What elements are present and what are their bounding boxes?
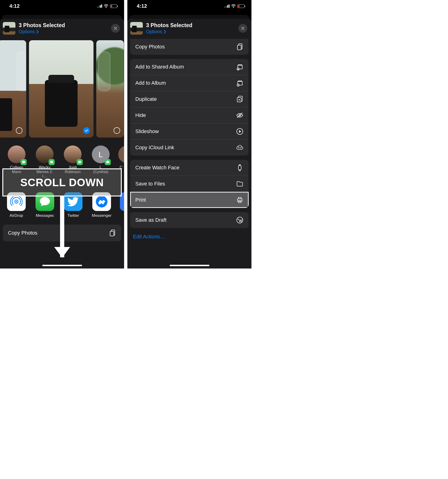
copy-icon [109,229,116,237]
status-bar: 4:12 [127,0,252,12]
chevron-right-icon [164,30,166,34]
select-circle[interactable] [16,127,22,134]
action-copy-icloud-link[interactable]: Copy iCloud Link [130,140,249,156]
action-save-to-files[interactable]: Save to Files [130,176,249,192]
svg-rect-4 [110,231,114,236]
action-add-shared-album[interactable]: Add to Shared Album [130,59,249,75]
battery-icon [237,4,244,8]
album-icon [236,79,244,87]
chevron-right-icon [36,30,39,34]
action-copy-photos[interactable]: Copy Photos [130,39,249,55]
svg-point-9 [238,68,238,69]
share-thumbnail [130,22,143,35]
battery-icon [110,4,117,8]
share-options-link[interactable]: Options [146,29,192,34]
svg-point-5 [233,7,234,8]
close-icon [113,26,117,30]
share-title: 3 Photos Selected [146,22,192,28]
annotation-arrow [60,196,64,257]
status-time: 4:12 [9,3,20,9]
share-header: 3 Photos Selected Options [0,19,124,38]
messages-badge-icon [77,159,83,165]
action-save-as-draft[interactable]: Save as Draft [130,212,249,228]
close-icon [241,26,245,30]
action-print[interactable]: Print [130,192,249,208]
share-sheet: 3 Photos Selected Options Copy Photos Ad [127,19,252,268]
selected-check[interactable] [83,127,90,134]
action-hide[interactable]: Hide [130,107,249,123]
photo-3[interactable] [96,40,124,138]
svg-rect-15 [238,166,241,170]
wifi-icon [104,4,109,8]
messages-badge-icon [49,159,55,165]
close-button[interactable] [111,24,120,33]
action-add-album[interactable]: Add to Album [130,75,249,91]
cloud-link-icon [236,144,244,151]
svg-point-2 [16,201,17,202]
print-icon [236,196,244,204]
status-icons [97,4,117,8]
watch-icon [236,164,244,172]
annotation-scroll: SCROLL DOWN [2,168,122,196]
share-title: 3 Photos Selected [19,22,65,28]
copy-icon [236,43,244,51]
shared-album-icon [236,63,244,71]
phone-right: 4:12 3 Photos Selected Options [127,0,252,268]
check-icon [84,129,88,132]
status-time: 4:12 [137,3,147,9]
svg-rect-6 [237,45,241,50]
action-group: Add to Shared Album Add to Album Duplica… [130,59,249,156]
phone-left: 4:12 3 Photos Selected Options [0,0,124,268]
edit-actions-link[interactable]: Edit Actions… [127,228,252,245]
play-icon [236,128,244,135]
avatar [118,146,124,163]
photo-1[interactable] [0,40,26,138]
share-header: 3 Photos Selected Options [127,19,252,38]
cellular-icon [224,4,229,8]
duplicate-icon [236,95,244,103]
status-bar: 4:12 [0,0,124,12]
folder-icon [236,180,244,188]
action-group: Create Watch Face Save to Files Print [130,160,249,208]
messages-badge-icon [105,159,111,165]
action-create-watch-face[interactable]: Create Watch Face [130,160,249,176]
share-options-link[interactable]: Options [19,29,65,34]
action-slideshow[interactable]: Slideshow [130,123,249,140]
photo-strip[interactable] [0,38,124,140]
messages-badge-icon [20,159,27,165]
wordpress-icon [236,216,244,224]
action-group: Copy Photos [130,39,249,55]
action-group: Save as Draft [130,212,249,228]
status-icons [224,4,244,8]
action-duplicate[interactable]: Duplicate [130,91,249,107]
svg-point-0 [106,7,106,8]
home-indicator[interactable] [42,265,82,266]
wifi-icon [231,4,236,8]
share-thumbnail [3,22,15,35]
home-indicator[interactable] [170,265,209,266]
cellular-icon [97,4,102,8]
photo-2[interactable] [29,40,93,138]
close-button[interactable] [238,24,247,33]
select-circle[interactable] [114,127,120,134]
hide-icon [236,112,244,119]
